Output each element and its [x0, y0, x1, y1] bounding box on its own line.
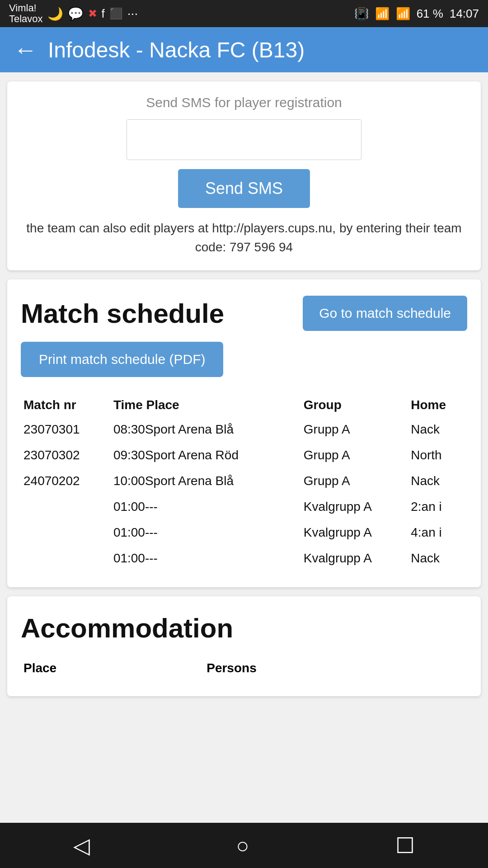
status-bar-right: 📳 📶 📶 61 % 14:07 [354, 7, 479, 21]
match-nr-cell [21, 546, 111, 571]
status-bar: Vimla! Telavox 🌙 💬 ✖ f ⬛ ··· 📳 📶 📶 61 % … [0, 0, 488, 27]
app-icon: ⬛ [109, 7, 123, 20]
match-nr-cell: 24070202 [21, 468, 111, 494]
facebook-icon: f [102, 7, 105, 21]
home-cell: 4:an i [408, 520, 467, 546]
schedule-table-head: Match nr Time Place Group Home [21, 393, 467, 417]
schedule-table-body: 23070301 08:30Sport Arena Blå Grupp A Na… [21, 417, 467, 571]
sms-input[interactable] [127, 119, 361, 160]
group-cell: Grupp A [301, 417, 408, 443]
print-schedule-button[interactable]: Print match schedule (PDF) [21, 342, 223, 377]
wifi-icon: 📶 [375, 7, 389, 21]
vibrate-icon: 📳 [354, 7, 369, 21]
home-cell: 2:an i [408, 494, 467, 520]
table-row: 24070202 10:00Sport Arena Blå Grupp A Na… [21, 468, 467, 494]
table-row: 01:00--- Kvalgrupp A Nack [21, 546, 467, 571]
table-row: 01:00--- Kvalgrupp A 2:an i [21, 494, 467, 520]
nav-recent-icon[interactable]: ☐ [395, 833, 415, 858]
match-nr-cell: 23070302 [21, 443, 111, 468]
match-nr-cell: 23070301 [21, 417, 111, 443]
group-cell: Kvalgrupp A [301, 520, 408, 546]
battery-text: 61 % [417, 7, 443, 21]
nav-home-icon[interactable]: ○ [236, 833, 249, 858]
accom-header-row: Place Persons [21, 656, 467, 680]
time-place-cell: 01:00--- [111, 494, 301, 520]
carrier-name: Vimla! Telavox [9, 3, 43, 24]
time-place-cell: 01:00--- [111, 546, 301, 571]
accommodation-title: Accommodation [21, 613, 467, 644]
home-cell: Nack [408, 468, 467, 494]
send-sms-button[interactable]: Send SMS [178, 169, 310, 208]
sms-label: Send SMS for player registration [21, 95, 467, 110]
accom-col-persons: Persons [204, 656, 467, 680]
match-schedule-title: Match schedule [21, 298, 224, 329]
accom-col-place: Place [21, 656, 204, 680]
col-group: Group [301, 393, 408, 417]
time-display: 14:07 [450, 7, 479, 21]
match-nr-cell [21, 494, 111, 520]
chat-icon: 💬 [68, 6, 84, 21]
moon-icon: 🌙 [47, 6, 63, 21]
schedule-table-header-row: Match nr Time Place Group Home [21, 393, 467, 417]
time-place-cell: 10:00Sport Arena Blå [111, 468, 301, 494]
back-button[interactable]: ← [14, 38, 37, 61]
match-schedule-card: Match schedule Go to match schedule Prin… [7, 279, 481, 587]
app-bar: ← Infodesk - Nacka FC (B13) [0, 27, 488, 72]
match-schedule-header: Match schedule Go to match schedule [21, 296, 467, 331]
accommodation-table: Place Persons [21, 656, 467, 680]
table-row: 23070302 09:30Sport Arena Röd Grupp A No… [21, 443, 467, 468]
group-cell: Grupp A [301, 468, 408, 494]
more-icon: ··· [127, 6, 138, 21]
main-content: Send SMS for player registration Send SM… [0, 81, 488, 760]
group-cell: Kvalgrupp A [301, 494, 408, 520]
col-time-place: Time Place [111, 393, 301, 417]
accom-table-head: Place Persons [21, 656, 467, 680]
group-cell: Grupp A [301, 443, 408, 468]
nav-back-icon[interactable]: ◁ [73, 833, 90, 858]
sms-info-text: the team can also edit players at http:/… [21, 219, 467, 257]
sms-card: Send SMS for player registration Send SM… [7, 81, 481, 270]
goto-match-schedule-button[interactable]: Go to match schedule [303, 296, 467, 331]
accommodation-card: Accommodation Place Persons [7, 596, 481, 696]
table-row: 01:00--- Kvalgrupp A 4:an i [21, 520, 467, 546]
x-icon: ✖ [88, 7, 97, 20]
col-home: Home [408, 393, 467, 417]
sms-button-wrapper: Send SMS [21, 169, 467, 208]
sms-input-wrapper [21, 119, 467, 160]
time-place-cell: 09:30Sport Arena Röd [111, 443, 301, 468]
page-title: Infodesk - Nacka FC (B13) [48, 38, 305, 62]
table-row: 23070301 08:30Sport Arena Blå Grupp A Na… [21, 417, 467, 443]
group-cell: Kvalgrupp A [301, 546, 408, 571]
status-bar-left: Vimla! Telavox 🌙 💬 ✖ f ⬛ ··· [9, 3, 138, 24]
home-cell: North [408, 443, 467, 468]
signal-icon: 📶 [396, 7, 410, 21]
time-place-cell: 01:00--- [111, 520, 301, 546]
home-cell: Nack [408, 546, 467, 571]
time-place-cell: 08:30Sport Arena Blå [111, 417, 301, 443]
col-match-nr: Match nr [21, 393, 111, 417]
print-schedule-wrapper: Print match schedule (PDF) [21, 342, 467, 393]
match-schedule-table: Match nr Time Place Group Home 23070301 … [21, 393, 467, 571]
bottom-navigation: ◁ ○ ☐ [0, 823, 488, 868]
match-nr-cell [21, 520, 111, 546]
home-cell: Nack [408, 417, 467, 443]
